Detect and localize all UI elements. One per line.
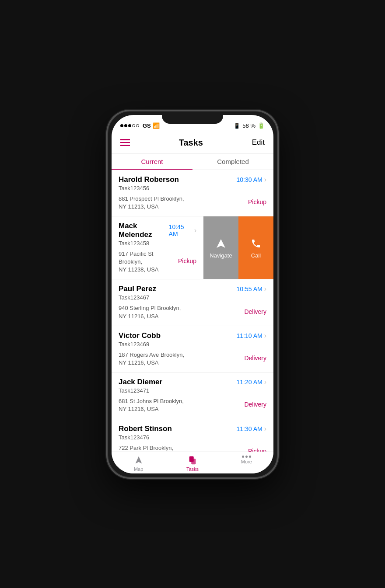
task-item-jack[interactable]: Jack Diemer 11:20 AM › Task123471 681 St… [112,372,273,418]
navigate-button[interactable]: Navigate [203,216,238,279]
task-item-harold[interactable]: Harold Roberson 10:30 AM › Task123456 88… [112,170,273,216]
table-row: Victor Cobb 11:10 AM › Task123469 187 Ro… [112,326,273,372]
task-list: Harold Roberson 10:30 AM › Task123456 88… [112,170,273,452]
svg-rect-3 [191,459,196,464]
battery-label: 58 % [242,122,256,129]
chevron-right-icon: › [264,176,266,184]
bluetooth-icon: 📱 [234,123,240,129]
chevron-right-icon: › [194,226,196,234]
task-address: 917 Pacific St Brooklyn,NY 11238, USA [119,250,178,274]
table-row: Harold Roberson 10:30 AM › Task123456 88… [112,170,273,216]
carrier-label: GS [143,122,151,129]
call-icon [251,238,261,249]
svg-marker-0 [217,239,225,248]
task-type: Delivery [244,308,266,315]
task-name: Harold Roberson [119,175,179,184]
task-id: Task123458 [119,240,196,247]
call-label: Call [251,252,261,259]
tasks-tab-label: Tasks [186,466,199,472]
task-time: 10:55 AM [237,285,262,292]
svg-marker-1 [135,456,142,463]
task-type: Pickup [248,198,266,205]
tab-completed[interactable]: Completed [192,153,273,170]
task-name: Jack Diemer [119,378,162,386]
wifi-icon: 📶 [153,122,160,129]
table-row: Mack Melendez 10:45 AM › Task123458 917 … [112,216,273,280]
chevron-right-icon: › [264,378,266,386]
task-item-victor[interactable]: Victor Cobb 11:10 AM › Task123469 187 Ro… [112,326,273,372]
tab-bar-top: Current Completed [112,153,273,170]
tasks-icon [188,456,197,465]
task-time: 11:10 AM [237,332,262,339]
task-name: Victor Cobb [119,331,161,340]
bottom-tab-tasks[interactable]: Tasks [165,456,219,472]
bottom-tab-bar: Map Tasks More [112,452,273,473]
task-address: 187 Rogers Ave Brooklyn,NY 11216, USA [119,351,184,367]
app-header: Tasks Edit [112,134,273,153]
task-item-mack[interactable]: Mack Melendez 10:45 AM › Task123458 917 … [112,216,203,279]
task-item-paul[interactable]: Paul Perez 10:55 AM › Task123467 940 Ste… [112,279,273,325]
page-title: Tasks [179,138,203,148]
task-address: 681 St Johns Pl Brooklyn,NY 11216, USA [119,397,184,413]
table-row: Robert Stinson 11:30 AM › Task123476 722… [112,419,273,452]
task-type: Pickup [248,448,266,452]
task-type: Delivery [244,401,266,408]
chevron-right-icon: › [264,285,266,293]
task-time: 10:30 AM [237,176,262,183]
task-time: 11:30 AM [237,425,262,432]
battery-icon: 🔋 [258,122,265,129]
chevron-right-icon: › [264,425,266,433]
signal-icon [120,124,139,127]
task-item-robert[interactable]: Robert Stinson 11:30 AM › Task123476 722… [112,419,273,452]
task-id: Task123476 [119,434,266,441]
task-id: Task123456 [119,185,266,191]
menu-button[interactable] [120,139,130,146]
navigate-label: Navigate [210,252,232,259]
task-address: 722 Park Pl Brooklyn,NY 11216, USA [119,444,173,452]
call-button[interactable]: Call [238,216,273,279]
task-id: Task123469 [119,341,266,348]
task-time: 10:45 AM [169,223,192,237]
task-address: 940 Sterling Pl Brooklyn,NY 11216, USA [119,304,181,320]
task-name: Paul Perez [119,285,156,293]
notch [162,111,223,124]
bottom-tab-map[interactable]: Map [112,456,165,472]
task-type: Pickup [178,257,196,264]
task-time: 11:20 AM [237,379,262,386]
chevron-right-icon: › [264,332,266,340]
swipe-actions: Navigate Call [203,216,273,279]
table-row: Paul Perez 10:55 AM › Task123467 940 Ste… [112,279,273,326]
task-id: Task123471 [119,387,266,394]
task-name: Robert Stinson [119,424,172,433]
more-icon [242,456,251,458]
more-tab-label: More [241,459,252,464]
navigate-icon [216,238,226,249]
task-type: Delivery [244,355,266,362]
edit-button[interactable]: Edit [252,138,265,147]
table-row: Jack Diemer 11:20 AM › Task123471 681 St… [112,372,273,419]
map-icon [134,456,144,465]
task-name: Mack Melendez [119,222,169,239]
map-tab-label: Map [134,466,143,472]
bottom-tab-more[interactable]: More [220,456,273,472]
task-address: 881 Prospect Pl Brooklyn,NY 11213, USA [119,195,184,211]
task-id: Task123467 [119,294,266,301]
tab-current[interactable]: Current [112,153,192,170]
